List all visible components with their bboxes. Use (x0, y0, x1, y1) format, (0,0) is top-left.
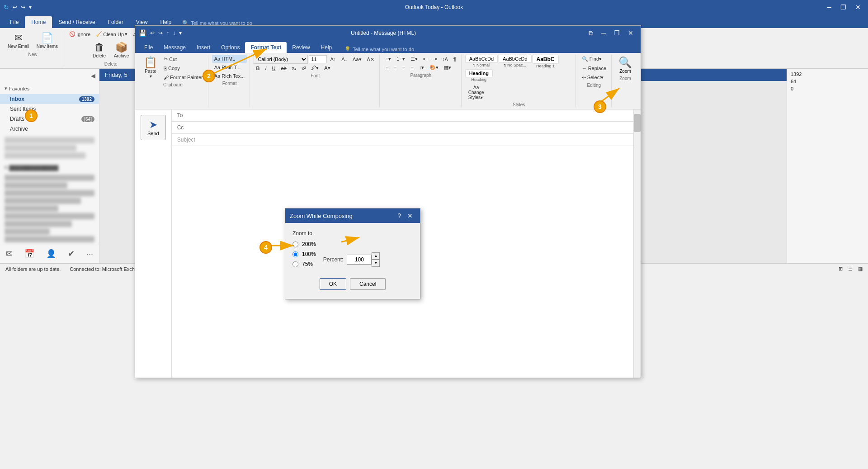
ok-button[interactable]: OK (320, 278, 346, 290)
compose-tab-review[interactable]: Review (287, 42, 315, 53)
increase-indent-button[interactable]: ⇥ (430, 55, 439, 63)
sort-button[interactable]: ↕A (440, 55, 450, 63)
tasks-nav-button[interactable]: ✔ (66, 247, 76, 261)
compose-close-button[interactable]: ✕ (624, 28, 637, 39)
sidebar-item-archive[interactable]: Archive (0, 124, 99, 134)
find-button[interactable]: 🔍 Find▾ (580, 55, 609, 63)
compose-up-icon[interactable]: ↑ (166, 30, 169, 36)
copy-button[interactable]: ⎘ Copy (161, 64, 205, 72)
compose-undo-icon[interactable]: ↩ (150, 30, 155, 36)
compose-more-icon[interactable]: ▾ (179, 30, 182, 36)
other-section-header[interactable]: ▾ ██████████████ (0, 162, 99, 173)
show-formatting-button[interactable]: ¶ (451, 55, 458, 63)
paste-button[interactable]: 📋 Paste ▾ (141, 55, 160, 81)
format-painter-button[interactable]: 🖌 Format Painter (161, 73, 205, 81)
align-right-button[interactable]: ≡ (400, 64, 407, 72)
people-nav-button[interactable]: 👤 (44, 247, 58, 261)
view-icon-2[interactable]: ☰ (848, 266, 853, 272)
tab-file[interactable]: File (4, 16, 25, 28)
change-styles-button[interactable]: Aa ChangeStyles▾ (465, 84, 487, 101)
numbering-button[interactable]: 1≡▾ (394, 55, 407, 63)
new-items-button[interactable]: 📄 New Items (33, 30, 61, 51)
compose-redo-icon[interactable]: ↪ (158, 30, 163, 36)
spinner-down-button[interactable]: ▼ (372, 260, 380, 267)
select-button[interactable]: ⊹ Select▾ (580, 73, 609, 82)
compose-tab-help[interactable]: Help (316, 42, 338, 53)
zoom-75-radio[interactable] (292, 261, 298, 267)
compose-save-icon[interactable]: 💾 (139, 29, 146, 37)
favorites-section[interactable]: ▾ Favorites (0, 83, 99, 94)
new-email-button[interactable]: ✉ New Email (5, 30, 33, 51)
view-icon-3[interactable]: ▦ (858, 266, 863, 272)
mail-nav-button[interactable]: ✉ (4, 247, 14, 261)
archive-button[interactable]: 📦 Archive (111, 39, 132, 61)
superscript-button[interactable]: x² (299, 64, 308, 72)
shrink-font-button[interactable]: A↓ (339, 55, 349, 63)
calendar-nav-button[interactable]: 📅 (23, 247, 36, 261)
strikethrough-button[interactable]: ab (278, 64, 288, 72)
minimize-button[interactable]: ─ (823, 2, 835, 13)
shading-button[interactable]: 🎨▾ (427, 63, 441, 72)
compose-tab-format-text[interactable]: Format Text (245, 42, 287, 53)
scrollbar-thumb[interactable] (634, 114, 641, 132)
cleanup-button[interactable]: 🧹 Clean Up ▾ (94, 30, 130, 38)
compose-down-icon[interactable]: ↓ (173, 30, 175, 36)
zoom-button[interactable]: 🔍 Zoom (615, 55, 635, 75)
undo-icon[interactable]: ↩ (13, 4, 17, 10)
dialog-help-button[interactable]: ? (395, 211, 404, 220)
cut-button[interactable]: ✂ Cut (161, 55, 205, 63)
format-html-button[interactable]: Aa HTML (212, 55, 247, 63)
style-heading1-button[interactable]: AaBbC (533, 55, 559, 64)
tab-send-receive[interactable]: Send / Receive (52, 16, 101, 28)
compose-minimize-button[interactable]: ─ (598, 28, 609, 39)
format-plain-button[interactable]: Aa Plain T... (212, 63, 247, 71)
tab-home[interactable]: Home (25, 16, 52, 28)
cc-input[interactable] (204, 124, 628, 131)
grow-font-button[interactable]: A↑ (328, 55, 338, 63)
highlight-button[interactable]: 🖍▾ (309, 64, 321, 72)
compose-tab-file[interactable]: File (139, 42, 158, 53)
compose-tab-options[interactable]: Options (216, 42, 245, 53)
delete-button[interactable]: 🗑 Delete (90, 39, 109, 61)
align-left-button[interactable]: ≡ (383, 64, 391, 72)
compose-search[interactable]: 💡 Tell me what you want to do (344, 46, 414, 53)
redo-icon[interactable]: ↪ (21, 4, 25, 10)
more-nav-button[interactable]: ··· (85, 247, 95, 261)
change-case-button[interactable]: Aa▾ (350, 55, 363, 64)
underline-button[interactable]: U (269, 64, 278, 72)
zoom-200-radio[interactable] (292, 242, 298, 247)
font-size-input[interactable] (309, 55, 327, 63)
to-input[interactable] (204, 112, 628, 118)
bold-button[interactable]: B (254, 64, 262, 72)
bullets-button[interactable]: ≡▾ (383, 55, 393, 63)
compose-scrollbar[interactable] (633, 109, 641, 378)
sidebar-collapse-button[interactable]: ◀ (89, 71, 97, 81)
font-selector[interactable]: Calibri (Body) (254, 55, 308, 64)
compose-restore-button[interactable]: ❐ (610, 28, 623, 39)
justify-button[interactable]: ≡ (408, 64, 415, 72)
restore-button[interactable]: ❐ (837, 2, 850, 13)
sidebar-item-drafts[interactable]: Drafts [64] (0, 114, 99, 124)
align-center-button[interactable]: ≡ (392, 64, 399, 72)
borders-button[interactable]: ▦▾ (442, 63, 453, 72)
font-color-button[interactable]: A▾ (322, 64, 332, 72)
compose-tab-insert[interactable]: Insert (191, 42, 216, 53)
format-rich-button[interactable]: Aa Rich Tex... (212, 72, 247, 80)
clear-formatting-button[interactable]: A✕ (365, 55, 377, 64)
dialog-close-button[interactable]: ✕ (405, 211, 415, 220)
compose-popout-button[interactable]: ⧉ (585, 28, 597, 39)
spinner-up-button[interactable]: ▲ (372, 252, 380, 260)
sidebar-item-inbox[interactable]: Inbox 1392 (0, 94, 99, 104)
sidebar-item-sent[interactable]: Sent Items (0, 104, 99, 114)
compose-tab-message[interactable]: Message (158, 42, 191, 53)
line-spacing-button[interactable]: ↕▾ (417, 63, 427, 72)
close-button[interactable]: ✕ (852, 2, 864, 13)
style-heading-button[interactable]: Heading (465, 69, 493, 77)
down-arrow-icon[interactable]: ▾ (29, 4, 32, 10)
tab-folder[interactable]: Folder (102, 16, 130, 28)
multilevel-button[interactable]: ☰▾ (408, 55, 420, 63)
italic-button[interactable]: I (263, 64, 269, 72)
decrease-indent-button[interactable]: ⇤ (421, 55, 429, 63)
style-normal-button[interactable]: AaBbCcDd (465, 55, 498, 63)
view-icon-1[interactable]: ⊞ (839, 266, 843, 272)
